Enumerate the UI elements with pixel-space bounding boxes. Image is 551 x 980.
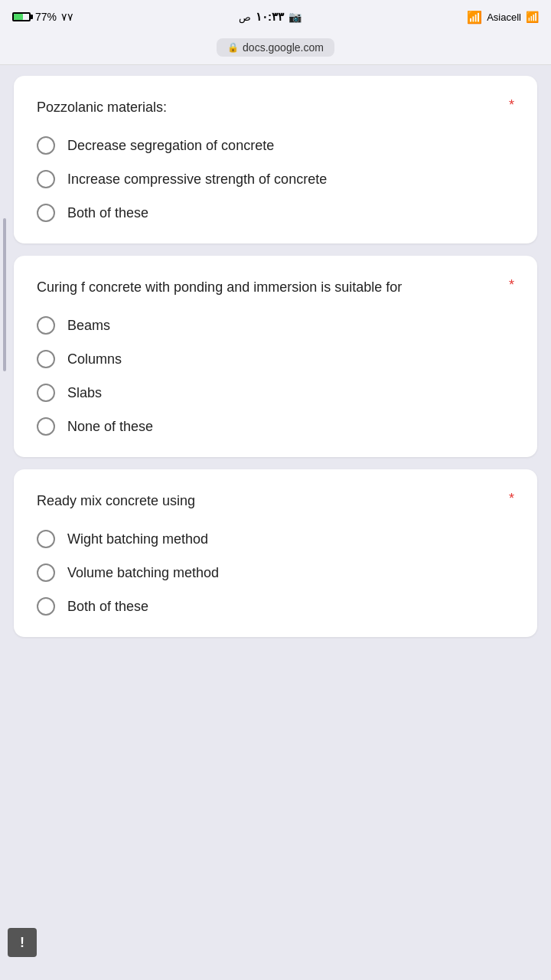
time-period: ص	[239, 11, 251, 23]
status-right: 📶 Asiacell 📶	[467, 10, 539, 24]
options-list-2: Beams Columns Slabs None of these	[37, 316, 514, 436]
feedback-label: !	[20, 935, 24, 951]
option-label-q1-2: Increase compressive strength of concret…	[67, 172, 327, 188]
radio-q3-3[interactable]	[37, 597, 55, 616]
radio-q2-4[interactable]	[37, 417, 55, 436]
option-q3-3[interactable]: Both of these	[37, 597, 514, 616]
radio-q2-1[interactable]	[37, 316, 55, 335]
required-star-1: *	[509, 97, 514, 113]
battery-percent: 77%	[35, 11, 57, 23]
wifi-icon: 📶	[467, 10, 482, 24]
option-label-q2-1: Beams	[67, 318, 110, 334]
option-q2-2[interactable]: Columns	[37, 350, 514, 368]
option-label-q2-2: Columns	[67, 351, 122, 368]
feedback-button[interactable]: !	[8, 928, 37, 957]
question-header-1: Pozzolanic materials: *	[37, 97, 514, 118]
radio-q3-2[interactable]	[37, 564, 55, 582]
battery-icon	[12, 12, 31, 21]
radio-q2-3[interactable]	[37, 384, 55, 402]
carrier-name: Asiacell	[487, 11, 521, 23]
option-label-q2-3: Slabs	[67, 385, 102, 401]
radio-q1-1[interactable]	[37, 136, 55, 155]
options-list-1: Decrease segregation of concrete Increas…	[37, 136, 514, 222]
radio-q3-1[interactable]	[37, 530, 55, 548]
option-q2-1[interactable]: Beams	[37, 316, 514, 335]
question-header-3: Ready mix concrete using *	[37, 491, 514, 511]
option-label-q3-3: Both of these	[67, 599, 148, 615]
camera-icon: 📷	[289, 11, 302, 23]
option-label-q1-1: Decrease segregation of concrete	[67, 138, 274, 154]
lock-icon: 🔒	[227, 42, 239, 53]
radio-q2-2[interactable]	[37, 350, 55, 368]
option-q2-3[interactable]: Slabs	[37, 384, 514, 402]
signal-icon: 📶	[526, 11, 539, 23]
option-q2-4[interactable]: None of these	[37, 417, 514, 436]
question-text-3: Ready mix concrete using	[37, 491, 501, 511]
option-label-q3-2: Volume batching method	[67, 565, 219, 581]
option-q3-2[interactable]: Volume batching method	[37, 564, 514, 582]
option-label-q3-1: Wight batching method	[67, 531, 208, 547]
scroll-indicator	[3, 218, 6, 371]
content-area: Pozzolanic materials: * Decrease segrega…	[0, 65, 551, 648]
status-center: ص ١٠:٣٣ 📷	[239, 10, 302, 24]
option-q1-3[interactable]: Both of these	[37, 204, 514, 222]
option-q3-1[interactable]: Wight batching method	[37, 530, 514, 548]
network-label: ٧٧	[61, 11, 73, 23]
option-q1-1[interactable]: Decrease segregation of concrete	[37, 136, 514, 155]
required-star-3: *	[509, 491, 514, 507]
url-text: docs.google.com	[243, 41, 324, 54]
option-label-q2-4: None of these	[67, 419, 153, 435]
question-text-1: Pozzolanic materials:	[37, 97, 501, 118]
radio-q1-2[interactable]	[37, 170, 55, 188]
options-list-3: Wight batching method Volume batching me…	[37, 530, 514, 616]
question-card-2: Curing f concrete with ponding and immer…	[14, 256, 537, 457]
status-left: 77% ٧٧	[12, 11, 73, 23]
question-card-3: Ready mix concrete using * Wight batchin…	[14, 469, 537, 637]
status-bar: 77% ٧٧ ص ١٠:٣٣ 📷 📶 Asiacell 📶	[0, 0, 551, 34]
option-label-q1-3: Both of these	[67, 205, 148, 221]
status-time: ١٠:٣٣	[256, 10, 284, 24]
radio-q1-3[interactable]	[37, 204, 55, 222]
question-header-2: Curing f concrete with ponding and immer…	[37, 277, 514, 298]
option-q1-2[interactable]: Increase compressive strength of concret…	[37, 170, 514, 188]
question-card-1: Pozzolanic materials: * Decrease segrega…	[14, 76, 537, 243]
required-star-2: *	[509, 277, 514, 293]
question-text-2: Curing f concrete with ponding and immer…	[37, 277, 501, 298]
url-bar[interactable]: 🔒 docs.google.com	[0, 34, 551, 65]
